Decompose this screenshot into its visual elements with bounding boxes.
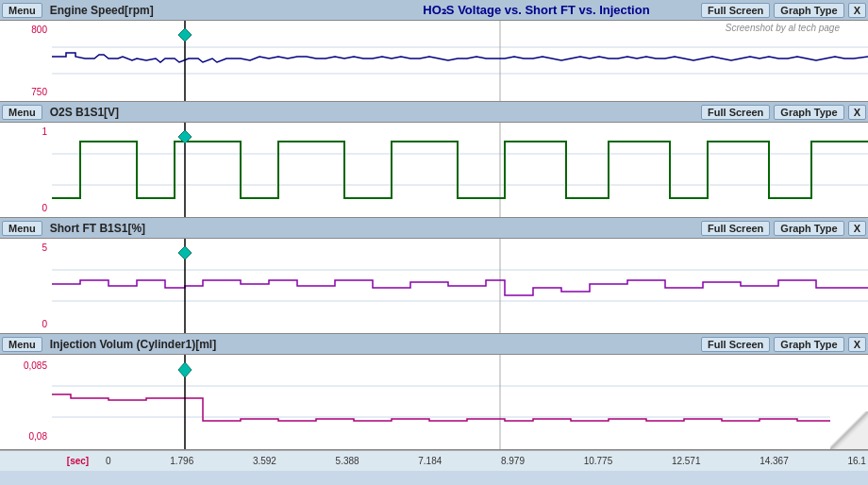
- time-label-2: 3.592: [253, 456, 276, 466]
- panel2-y-min: 0: [2, 203, 50, 213]
- panel4-fullscreen-button[interactable]: Full Screen: [701, 337, 770, 352]
- panel2-header: Menu O2S B1S1[V] Full Screen Graph Type …: [0, 102, 868, 123]
- panel1-graphtype-button[interactable]: Graph Type: [774, 3, 843, 18]
- time-label-9: 16.1: [847, 456, 865, 466]
- panel3-y-axis: 5 0: [0, 239, 52, 333]
- panel4-close-button[interactable]: X: [848, 337, 866, 352]
- panel3-fullscreen-button[interactable]: Full Screen: [701, 221, 770, 236]
- time-label-4: 7.184: [418, 456, 442, 466]
- panel3-menu-button[interactable]: Menu: [2, 221, 42, 236]
- panel-engine-speed: Menu Engine Speed[rpm] HO₂S Voltage vs. …: [0, 0, 868, 102]
- panel3-chart-area: 5 0: [0, 239, 868, 333]
- panel2-close-button[interactable]: X: [848, 105, 866, 120]
- panel4-graphtype-button[interactable]: Graph Type: [774, 337, 843, 352]
- svg-marker-19: [178, 362, 192, 377]
- svg-marker-4: [178, 28, 192, 42]
- time-unit: [sec]: [52, 456, 104, 466]
- time-label-5: 8.979: [501, 456, 525, 466]
- panel2-menu-button[interactable]: Menu: [2, 105, 42, 120]
- panel2-svg: [52, 123, 868, 217]
- time-axis: [sec] 0 1.796 3.592 5.388 7.184 8.979 10…: [0, 450, 868, 471]
- panel4-title: Injection Volum (Cylinder1)[ml]: [46, 338, 697, 351]
- panel2-y-axis: 1 0: [0, 123, 52, 217]
- panel3-close-button[interactable]: X: [848, 221, 866, 236]
- panel4-menu-button[interactable]: Menu: [2, 337, 42, 352]
- panel1-header: Menu Engine Speed[rpm] HO₂S Voltage vs. …: [0, 0, 868, 21]
- panel1-svg: [52, 21, 868, 101]
- main-title: HO₂S Voltage vs. Short FT vs. Injection: [376, 3, 697, 17]
- panel1-chart-area: Screenshot by al tech page 800 750: [0, 21, 868, 101]
- app-container: Menu Engine Speed[rpm] HO₂S Voltage vs. …: [0, 0, 868, 485]
- panel2-title: O2S B1S1[V]: [46, 106, 697, 119]
- panel1-fullscreen-button[interactable]: Full Screen: [701, 3, 770, 18]
- panel3-header: Menu Short FT B1S1[%] Full Screen Graph …: [0, 218, 868, 239]
- panel1-close-button[interactable]: X: [848, 3, 866, 18]
- panel4-y-min: 0,08: [2, 431, 50, 442]
- panel2-graphtype-button[interactable]: Graph Type: [774, 105, 843, 120]
- panel4-y-max: 0,085: [2, 360, 50, 371]
- panel3-svg: [52, 239, 868, 333]
- time-label-0: 0: [106, 456, 111, 466]
- panel2-fullscreen-button[interactable]: Full Screen: [701, 105, 770, 120]
- panel1-y-axis: 800 750: [0, 21, 52, 101]
- panel3-y-min: 0: [2, 319, 50, 329]
- panel3-header-right: Full Screen Graph Type X: [701, 221, 866, 236]
- time-label-3: 5.388: [336, 456, 359, 466]
- panel4-header: Menu Injection Volum (Cylinder1)[ml] Ful…: [0, 334, 868, 355]
- page-curl: [830, 411, 868, 449]
- time-labels-container: 0 1.796 3.592 5.388 7.184 8.979 10.775 1…: [104, 456, 868, 466]
- panel1-menu-button[interactable]: Menu: [2, 3, 42, 18]
- panel-o2s: Menu O2S B1S1[V] Full Screen Graph Type …: [0, 102, 868, 218]
- time-label-8: 14.367: [760, 456, 789, 466]
- panel2-y-max: 1: [2, 126, 50, 137]
- panel3-y-max: 5: [2, 242, 50, 253]
- panel-short-ft: Menu Short FT B1S1[%] Full Screen Graph …: [0, 218, 868, 334]
- panel4-header-right: Full Screen Graph Type X: [701, 337, 866, 352]
- panel4-chart-area: 0,085 0,08: [0, 355, 868, 449]
- time-label-1: 1.796: [170, 456, 193, 466]
- panel4-svg: [52, 355, 868, 449]
- panel3-title: Short FT B1S1[%]: [46, 222, 697, 235]
- panel4-y-axis: 0,085 0,08: [0, 355, 52, 449]
- time-label-6: 10.775: [584, 456, 613, 466]
- panel1-header-right: Full Screen Graph Type X: [701, 3, 866, 18]
- panel2-header-right: Full Screen Graph Type X: [701, 105, 866, 120]
- panel1-y-max: 800: [2, 25, 50, 35]
- panel1-title: Engine Speed[rpm]: [46, 4, 372, 17]
- svg-marker-14: [178, 246, 192, 259]
- time-label-7: 12.571: [672, 456, 701, 466]
- panel2-chart-area: 1 0: [0, 123, 868, 217]
- panel1-y-min: 750: [2, 87, 50, 97]
- panel3-graphtype-button[interactable]: Graph Type: [774, 221, 843, 236]
- panel-injection: Menu Injection Volum (Cylinder1)[ml] Ful…: [0, 334, 868, 450]
